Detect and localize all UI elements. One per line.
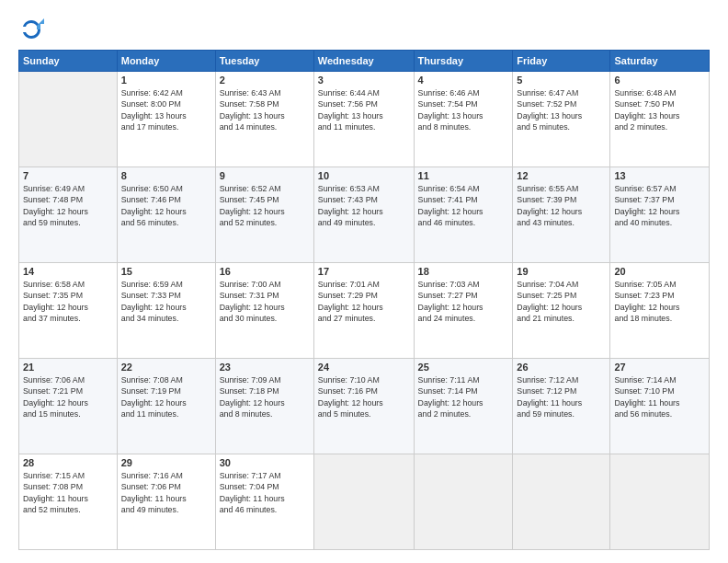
day-number: 10 [318,170,410,181]
day-number: 18 [418,266,509,277]
day-cell: 24Sunrise: 7:10 AM Sunset: 7:16 PM Dayli… [313,359,414,454]
day-cell: 14Sunrise: 6:58 AM Sunset: 7:35 PM Dayli… [19,263,118,359]
day-info: Sunrise: 7:01 AM Sunset: 7:29 PM Dayligh… [318,279,410,324]
day-info: Sunrise: 7:08 AM Sunset: 7:19 PM Dayligh… [121,374,211,419]
day-info: Sunrise: 6:58 AM Sunset: 7:35 PM Dayligh… [23,279,113,324]
day-info: Sunrise: 6:44 AM Sunset: 7:56 PM Dayligh… [318,87,410,132]
day-cell: 9Sunrise: 6:52 AM Sunset: 7:45 PM Daylig… [215,167,313,263]
day-of-week-friday: Friday [513,51,610,72]
day-cell: 13Sunrise: 6:57 AM Sunset: 7:37 PM Dayli… [610,167,710,263]
day-info: Sunrise: 6:43 AM Sunset: 7:58 PM Dayligh… [220,87,310,132]
day-info: Sunrise: 7:10 AM Sunset: 7:16 PM Dayligh… [318,374,410,419]
day-info: Sunrise: 6:42 AM Sunset: 8:00 PM Dayligh… [121,87,211,132]
day-cell: 26Sunrise: 7:12 AM Sunset: 7:12 PM Dayli… [513,359,610,454]
day-number: 1 [121,75,211,86]
day-cell: 1Sunrise: 6:42 AM Sunset: 8:00 PM Daylig… [117,72,215,167]
day-cell: 5Sunrise: 6:47 AM Sunset: 7:52 PM Daylig… [513,72,610,167]
day-cell: 4Sunrise: 6:46 AM Sunset: 7:54 PM Daylig… [414,72,513,167]
week-row-3: 14Sunrise: 6:58 AM Sunset: 7:35 PM Dayli… [19,263,710,359]
day-cell: 28Sunrise: 7:15 AM Sunset: 7:08 PM Dayli… [19,454,118,550]
day-cell: 11Sunrise: 6:54 AM Sunset: 7:41 PM Dayli… [414,167,513,263]
day-number: 11 [418,170,509,181]
day-number: 29 [121,457,211,468]
day-cell: 27Sunrise: 7:14 AM Sunset: 7:10 PM Dayli… [610,359,710,454]
day-cell [414,454,513,550]
day-number: 30 [220,457,310,468]
day-info: Sunrise: 6:49 AM Sunset: 7:48 PM Dayligh… [23,183,113,228]
day-number: 16 [220,266,310,277]
day-number: 15 [121,266,211,277]
header-row: SundayMondayTuesdayWednesdayThursdayFrid… [19,51,710,72]
day-number: 24 [318,362,410,373]
day-number: 14 [23,266,113,277]
day-info: Sunrise: 6:52 AM Sunset: 7:45 PM Dayligh… [220,183,310,228]
day-number: 2 [220,75,310,86]
day-of-week-wednesday: Wednesday [313,51,414,72]
day-cell: 19Sunrise: 7:04 AM Sunset: 7:25 PM Dayli… [513,263,610,359]
day-info: Sunrise: 7:04 AM Sunset: 7:25 PM Dayligh… [517,279,606,324]
day-cell: 17Sunrise: 7:01 AM Sunset: 7:29 PM Dayli… [313,263,414,359]
day-info: Sunrise: 7:15 AM Sunset: 7:08 PM Dayligh… [23,470,113,515]
day-number: 6 [614,75,705,86]
day-number: 5 [517,75,606,86]
week-row-4: 21Sunrise: 7:06 AM Sunset: 7:21 PM Dayli… [19,359,710,454]
day-number: 9 [220,170,310,181]
day-number: 13 [614,170,705,181]
day-cell: 6Sunrise: 6:48 AM Sunset: 7:50 PM Daylig… [610,72,710,167]
day-cell: 23Sunrise: 7:09 AM Sunset: 7:18 PM Dayli… [215,359,313,454]
day-cell: 21Sunrise: 7:06 AM Sunset: 7:21 PM Dayli… [19,359,118,454]
day-info: Sunrise: 6:48 AM Sunset: 7:50 PM Dayligh… [614,87,705,132]
day-number: 27 [614,362,705,373]
day-info: Sunrise: 6:53 AM Sunset: 7:43 PM Dayligh… [318,183,410,228]
day-cell: 2Sunrise: 6:43 AM Sunset: 7:58 PM Daylig… [215,72,313,167]
day-of-week-sunday: Sunday [19,51,118,72]
day-info: Sunrise: 6:50 AM Sunset: 7:46 PM Dayligh… [121,183,211,228]
day-number: 7 [23,170,113,181]
logo-icon [18,17,44,42]
day-cell: 22Sunrise: 7:08 AM Sunset: 7:19 PM Dayli… [117,359,215,454]
week-row-1: 1Sunrise: 6:42 AM Sunset: 8:00 PM Daylig… [19,72,710,167]
day-number: 4 [418,75,509,86]
day-info: Sunrise: 7:03 AM Sunset: 7:27 PM Dayligh… [418,279,509,324]
day-of-week-tuesday: Tuesday [215,51,313,72]
day-cell: 3Sunrise: 6:44 AM Sunset: 7:56 PM Daylig… [313,72,414,167]
day-cell: 16Sunrise: 7:00 AM Sunset: 7:31 PM Dayli… [215,263,313,359]
day-info: Sunrise: 7:05 AM Sunset: 7:23 PM Dayligh… [614,279,705,324]
day-info: Sunrise: 7:06 AM Sunset: 7:21 PM Dayligh… [23,374,113,419]
day-cell: 15Sunrise: 6:59 AM Sunset: 7:33 PM Dayli… [117,263,215,359]
day-info: Sunrise: 7:14 AM Sunset: 7:10 PM Dayligh… [614,374,705,419]
day-number: 22 [121,362,211,373]
day-cell: 7Sunrise: 6:49 AM Sunset: 7:48 PM Daylig… [19,167,118,263]
day-number: 25 [418,362,509,373]
day-cell [313,454,414,550]
day-info: Sunrise: 7:11 AM Sunset: 7:14 PM Dayligh… [418,374,509,419]
day-of-week-thursday: Thursday [414,51,513,72]
day-number: 12 [517,170,606,181]
day-cell: 10Sunrise: 6:53 AM Sunset: 7:43 PM Dayli… [313,167,414,263]
day-info: Sunrise: 7:00 AM Sunset: 7:31 PM Dayligh… [220,279,310,324]
week-row-5: 28Sunrise: 7:15 AM Sunset: 7:08 PM Dayli… [19,454,710,550]
day-cell: 30Sunrise: 7:17 AM Sunset: 7:04 PM Dayli… [215,454,313,550]
day-info: Sunrise: 6:55 AM Sunset: 7:39 PM Dayligh… [517,183,606,228]
day-info: Sunrise: 6:46 AM Sunset: 7:54 PM Dayligh… [418,87,509,132]
calendar-header: SundayMondayTuesdayWednesdayThursdayFrid… [19,51,710,72]
day-number: 23 [220,362,310,373]
day-number: 8 [121,170,211,181]
day-info: Sunrise: 7:16 AM Sunset: 7:06 PM Dayligh… [121,470,211,515]
day-info: Sunrise: 7:12 AM Sunset: 7:12 PM Dayligh… [517,374,606,419]
logo [18,17,48,42]
calendar-body: 1Sunrise: 6:42 AM Sunset: 8:00 PM Daylig… [19,72,710,550]
day-cell [19,72,118,167]
day-info: Sunrise: 6:54 AM Sunset: 7:41 PM Dayligh… [418,183,509,228]
day-cell [610,454,710,550]
day-cell: 29Sunrise: 7:16 AM Sunset: 7:06 PM Dayli… [117,454,215,550]
day-of-week-saturday: Saturday [610,51,710,72]
header [18,17,710,42]
day-number: 19 [517,266,606,277]
day-number: 28 [23,457,113,468]
day-cell: 18Sunrise: 7:03 AM Sunset: 7:27 PM Dayli… [414,263,513,359]
calendar: SundayMondayTuesdayWednesdayThursdayFrid… [18,50,710,550]
day-cell [513,454,610,550]
day-info: Sunrise: 6:47 AM Sunset: 7:52 PM Dayligh… [517,87,606,132]
day-cell: 20Sunrise: 7:05 AM Sunset: 7:23 PM Dayli… [610,263,710,359]
